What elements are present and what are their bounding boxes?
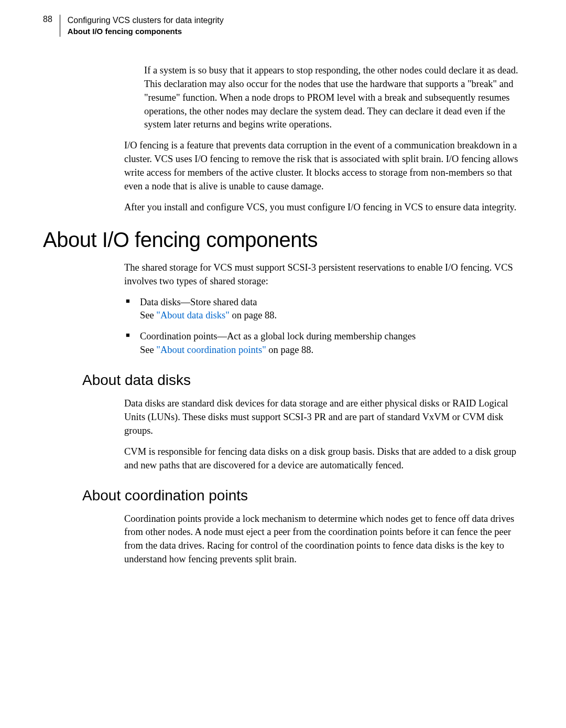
section-data-disks: Data disks are standard disk devices for… bbox=[124, 397, 523, 472]
see-prefix: See bbox=[140, 310, 156, 320]
heading-about-coordination-points: About coordination points bbox=[82, 487, 523, 504]
list-item: Coordination points—Act as a global lock… bbox=[124, 330, 523, 357]
bullet-list-storage-types: Data disks—Store shared data See "About … bbox=[124, 296, 523, 358]
paragraph-data-disks-1: Data disks are standard disk devices for… bbox=[124, 397, 523, 438]
heading-about-data-disks: About data disks bbox=[82, 372, 523, 389]
paragraph-after-install: After you install and configure VCS, you… bbox=[124, 201, 523, 215]
paragraph-coordination-1: Coordination points provide a lock mecha… bbox=[124, 512, 523, 567]
list-item: Data disks—Store shared data See "About … bbox=[124, 296, 523, 323]
h2-wrapper-coordination: About coordination points bbox=[82, 487, 523, 504]
page-number: 88 bbox=[43, 15, 52, 24]
section-components: The shared storage for VCS must support … bbox=[124, 261, 523, 357]
paragraph-data-disks-2: CVM is responsible for fencing data disk… bbox=[124, 445, 523, 473]
content-body: If a system is so busy that it appears t… bbox=[124, 64, 523, 215]
section-coordination: Coordination points provide a lock mecha… bbox=[124, 512, 523, 567]
see-suffix: on page 88. bbox=[230, 310, 277, 320]
page-header: 88 Configuring VCS clusters for data int… bbox=[43, 15, 523, 37]
h1-wrapper: About I/O fencing components bbox=[43, 228, 523, 252]
header-chapter: Configuring VCS clusters for data integr… bbox=[68, 15, 224, 26]
intro-paragraph: If a system is so busy that it appears t… bbox=[144, 64, 523, 132]
bullet-line1: Data disks—Store shared data bbox=[140, 297, 257, 307]
header-section: About I/O fencing components bbox=[68, 26, 224, 37]
paragraph-shared-storage: The shared storage for VCS must support … bbox=[124, 261, 523, 288]
link-about-data-disks[interactable]: "About data disks" bbox=[156, 310, 229, 320]
h2-wrapper-data-disks: About data disks bbox=[82, 372, 523, 389]
paragraph-io-fencing: I/O fencing is a feature that prevents d… bbox=[124, 139, 523, 194]
header-text-block: Configuring VCS clusters for data integr… bbox=[60, 15, 224, 37]
bullet-line1: Coordination points—Act as a global lock… bbox=[140, 331, 416, 341]
heading-about-io-fencing: About I/O fencing components bbox=[43, 228, 523, 252]
link-about-coordination-points[interactable]: "About coordination points" bbox=[156, 345, 266, 355]
see-prefix: See bbox=[140, 345, 156, 355]
see-suffix: on page 88. bbox=[266, 345, 313, 355]
